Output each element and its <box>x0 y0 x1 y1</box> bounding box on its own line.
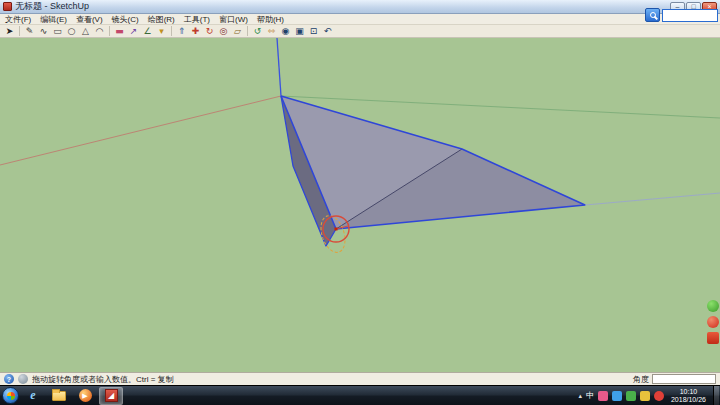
menu-tools[interactable]: 工具(T) <box>184 14 210 25</box>
eraser-tool[interactable]: ▬ <box>113 25 126 37</box>
zoom-tool[interactable]: ◉ <box>279 25 292 37</box>
tape-measure-tool[interactable]: ↗ <box>127 25 140 37</box>
system-tray: ▴ 中 10:10 2018/10/26 <box>578 386 720 405</box>
tray-update-icon[interactable] <box>640 391 650 401</box>
taskbar-file-explorer[interactable] <box>47 387 71 405</box>
sketchup-app-icon <box>3 2 12 11</box>
menu-camera[interactable]: 镜头(C) <box>112 14 139 25</box>
window-title: 无标题 - SketchUp <box>15 0 89 13</box>
sketchup-window: 无标题 - SketchUp – □ × 文件(F) 编辑(E) 查看(V) 镜… <box>0 0 720 405</box>
taskbar-internet-explorer[interactable]: e <box>21 387 45 405</box>
arc-tool[interactable]: ◠ <box>93 25 106 37</box>
drawing-canvas[interactable] <box>0 38 720 372</box>
menu-bar: 文件(F) 编辑(E) 查看(V) 镜头(C) 绘图(R) 工具(T) 窗口(W… <box>0 14 720 25</box>
model-viewport[interactable] <box>0 38 720 372</box>
select-tool[interactable]: ➤ <box>3 25 16 37</box>
search-input[interactable] <box>662 9 718 22</box>
offset-tool[interactable]: ◎ <box>217 25 230 37</box>
promo-green-icon[interactable] <box>707 300 719 312</box>
zoom-window-tool[interactable]: ▣ <box>293 25 306 37</box>
sketchup-taskbar-icon: ◢ <box>105 389 118 402</box>
menu-draw[interactable]: 绘图(R) <box>148 14 175 25</box>
status-bar: ? 拖动旋转角度或者输入数值。Ctrl = 复制 角度 <box>0 372 720 385</box>
context-help-icon[interactable]: ? <box>4 374 14 384</box>
show-desktop-button[interactable] <box>713 386 719 405</box>
search-icon[interactable] <box>645 8 660 22</box>
push-pull-tool[interactable]: ⇑ <box>175 25 188 37</box>
magnifier-icon <box>650 12 656 18</box>
menu-view[interactable]: 查看(V) <box>76 14 103 25</box>
freehand-tool[interactable]: ∿ <box>37 25 50 37</box>
tray-security-icon[interactable] <box>654 391 664 401</box>
tool-bar: ➤ ✎ ∿ ▭ ○ △ ◠ ▬ ↗ ∠ ▾ ⇑ ✚ ↻ ◎ ▱ ↺ ⇔ ◉ ▣ … <box>0 25 720 38</box>
status-hint: 拖动旋转角度或者输入数值。Ctrl = 复制 <box>32 374 174 385</box>
line-tool[interactable]: ✎ <box>23 25 36 37</box>
previous-view-tool[interactable]: ↶ <box>321 25 334 37</box>
floating-search-widget <box>645 8 718 22</box>
windows-logo-icon <box>7 392 15 400</box>
zoom-extents-tool[interactable]: ⊡ <box>307 25 320 37</box>
menu-window[interactable]: 窗口(W) <box>219 14 248 25</box>
measurement-input[interactable] <box>652 374 716 384</box>
move-tool[interactable]: ✚ <box>189 25 202 37</box>
protractor-tool[interactable]: ∠ <box>141 25 154 37</box>
orbit-tool[interactable]: ↺ <box>251 25 264 37</box>
protractor-center-mark <box>335 228 338 231</box>
menu-file[interactable]: 文件(F) <box>5 14 31 25</box>
measurement-box: 角度 <box>633 374 716 385</box>
menu-edit[interactable]: 编辑(E) <box>40 14 67 25</box>
toolbar-separator <box>19 26 20 36</box>
toolbar-separator <box>109 26 110 36</box>
geolocation-icon[interactable] <box>18 374 28 384</box>
tray-chat-icon[interactable] <box>598 391 608 401</box>
title-bar: 无标题 - SketchUp – □ × <box>0 0 720 14</box>
promo-red-badge-icon[interactable] <box>707 332 719 344</box>
promo-red-circle-icon[interactable] <box>707 316 719 328</box>
tray-cloud-icon[interactable] <box>612 391 622 401</box>
folder-icon <box>52 391 66 401</box>
tray-antivirus-icon[interactable] <box>626 391 636 401</box>
polygon-tool[interactable]: △ <box>79 25 92 37</box>
taskbar-media-player[interactable]: ▶ <box>73 387 97 405</box>
media-player-icon: ▶ <box>79 389 92 402</box>
measurement-label: 角度 <box>633 374 649 385</box>
internet-explorer-icon: e <box>30 388 35 403</box>
rotate-tool[interactable]: ↻ <box>203 25 216 37</box>
taskbar-sketchup-active[interactable]: ◢ <box>99 387 123 405</box>
menu-help[interactable]: 帮助(H) <box>257 14 284 25</box>
clock-time: 10:10 <box>671 388 706 396</box>
rectangle-tool[interactable]: ▭ <box>51 25 64 37</box>
pan-tool[interactable]: ⇔ <box>265 25 278 37</box>
scale-tool[interactable]: ▱ <box>231 25 244 37</box>
start-button[interactable] <box>2 387 19 404</box>
circle-tool[interactable]: ○ <box>65 25 78 37</box>
toolbar-separator <box>247 26 248 36</box>
clock-date: 2018/10/26 <box>671 396 706 404</box>
taskbar: e ▶ ◢ ▴ 中 10:10 2018/10/26 <box>0 385 720 405</box>
paint-bucket-tool[interactable]: ▾ <box>155 25 168 37</box>
hidden-icons-button[interactable]: ▴ <box>578 392 582 400</box>
floating-shortcuts <box>707 300 719 344</box>
toolbar-separator <box>171 26 172 36</box>
ime-indicator[interactable]: 中 <box>586 390 594 401</box>
taskbar-clock[interactable]: 10:10 2018/10/26 <box>668 388 709 404</box>
